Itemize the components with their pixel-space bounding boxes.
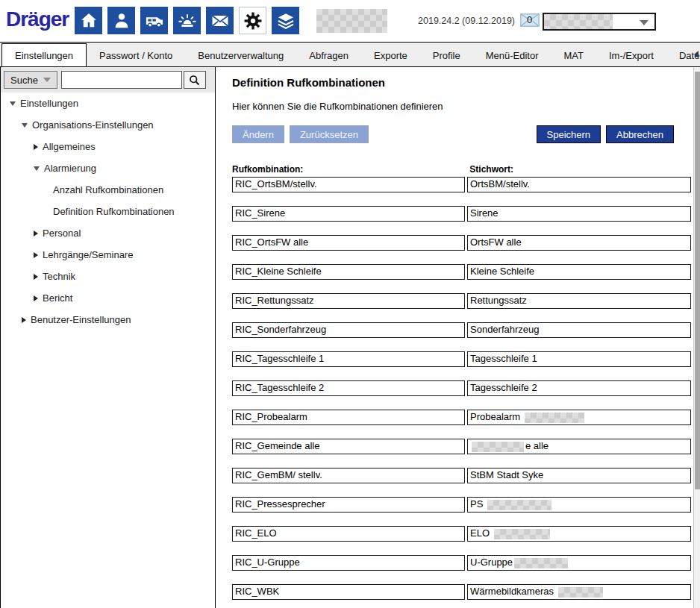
stichwort-input[interactable]: Sirene [467, 206, 691, 222]
expand-icon[interactable] [34, 231, 38, 236]
tab-passwort-konto[interactable]: Passwort / Konto [87, 46, 185, 66]
alarm-light-icon[interactable] [173, 7, 201, 34]
expand-icon[interactable] [34, 252, 38, 258]
vertical-scrollbar[interactable] [693, 67, 700, 608]
rufkombination-input[interactable]: RIC_Probealarm [232, 410, 465, 425]
draeger-logo: Dräger [6, 7, 69, 31]
stichwort-input[interactable]: Sonderfahrzeug [467, 322, 691, 338]
stichwort-input[interactable]: e alle [467, 439, 691, 454]
tab-einstellungen[interactable]: Einstellungen [1, 43, 87, 67]
home-icon[interactable] [75, 7, 102, 34]
save-button[interactable]: Speichern [537, 125, 601, 143]
rufkombination-input[interactable]: RIC_GemBM/ stellv. [232, 468, 465, 483]
redacted-text-block [558, 587, 603, 598]
app-header: Dräger 2019.24.2 (09.12.2019) 0 [0, 0, 700, 42]
field-row: RIC_WBKWärmebildkameras [232, 584, 691, 600]
tree-item-organisations-einstellungen[interactable]: Organisations-Einstellungen [1, 114, 216, 136]
tree-item-lehrgänge-seminare[interactable]: Lehrgänge/Seminare [1, 244, 216, 266]
tab-abfragen[interactable]: Abfragen [296, 46, 361, 66]
stichwort-input[interactable]: StBM Stadt Syke [467, 468, 691, 483]
change-button[interactable]: Ändern [232, 125, 284, 143]
rufkombination-input[interactable]: RIC_Sirene [232, 206, 465, 222]
layers-icon[interactable] [272, 7, 299, 34]
search-row: Suche [1, 67, 216, 93]
tree-item-bericht[interactable]: Bericht [1, 287, 216, 309]
stichwort-input[interactable]: Rettungssatz [467, 293, 691, 309]
tree-item-benutzer-einstellungen[interactable]: Benutzer-Einstellungen [1, 309, 216, 330]
tab-menü-editor[interactable]: Menü-Editor [473, 46, 551, 66]
rufkombination-input[interactable]: RIC_Tagesschleife 2 [232, 380, 465, 396]
button-row: Ändern Zurücksetzen Speichern Abbrechen [232, 125, 674, 143]
page-subtitle: Hier können Sie die Rufkombinationen def… [232, 101, 443, 112]
reset-button[interactable]: Zurücksetzen [290, 125, 369, 143]
field-row: RIC_GemBM/ stellv.StBM Stadt Syke [232, 468, 691, 483]
main-content: Definition Rufkombinationen Hier können … [216, 67, 694, 608]
expand-icon[interactable] [34, 274, 38, 280]
stichwort-input[interactable]: OrtsBM/stellv. [467, 177, 691, 192]
expand-icon[interactable] [34, 144, 38, 150]
column-headers: Rufkombination: Stichwort: [232, 164, 513, 175]
stichwort-input[interactable]: U-Gruppe [467, 555, 691, 571]
tree-item-alarmierung[interactable]: Alarmierung [1, 157, 216, 179]
search-button[interactable] [184, 71, 206, 89]
stichwort-input[interactable]: Tagesschleife 1 [467, 351, 691, 367]
scrollbar-thumb[interactable] [695, 72, 700, 489]
collapse-icon[interactable] [34, 166, 40, 171]
stichwort-input[interactable]: Tagesschleife 2 [467, 380, 691, 396]
tree-item-definition-rufkombinationen[interactable]: Definition Rufkombinationen [1, 201, 216, 222]
vehicle-icon[interactable] [140, 7, 168, 34]
redacted-text-block [514, 558, 568, 568]
rufkombination-input[interactable]: RIC_OrtsBM/stellv. [232, 177, 465, 192]
person-icon[interactable] [107, 7, 135, 34]
rufkombination-input[interactable]: RIC_U-Gruppe [232, 555, 465, 571]
app-window: Dräger 2019.24.2 (09.12.2019) 0 Einstell… [0, 0, 700, 608]
tree-item-personal[interactable]: Personal [1, 222, 216, 244]
tree-item-anzahl-rufkombinationen[interactable]: Anzahl Rufkombinationen [1, 179, 216, 201]
collapse-icon[interactable] [22, 123, 28, 128]
tab-exporte[interactable]: Exporte [361, 46, 420, 66]
tree-item-label: Definition Rufkombinationen [53, 201, 175, 222]
stichwort-input[interactable]: Kleine Schleife [467, 264, 691, 280]
tree-item-allgemeines[interactable]: Allgemeines [1, 136, 216, 157]
expand-icon[interactable] [34, 295, 38, 301]
tab-scroll-left-icon[interactable] [694, 51, 699, 58]
rufkombination-input[interactable]: RIC_ELO [232, 526, 465, 542]
tree-item-label: Alarmierung [44, 157, 96, 179]
search-input[interactable] [61, 71, 182, 89]
unread-mail-indicator[interactable]: 0 [520, 13, 543, 28]
user-dropdown[interactable] [543, 13, 656, 31]
rufkombination-input[interactable]: RIC_Gemeinde alle [232, 439, 465, 454]
page-title: Definition Rufkombinationen [232, 76, 385, 89]
rufkombination-input[interactable]: RIC_OrtsFW alle [232, 235, 465, 251]
stichwort-input[interactable]: Wärmebildkameras [467, 584, 691, 600]
tree-item-einstellungen[interactable]: Einstellungen [1, 93, 216, 114]
rufkombination-input[interactable]: RIC_Rettungssatz [232, 293, 465, 309]
search-category-label: Suche [10, 75, 38, 86]
tab-im-export[interactable]: Im-/Export [596, 46, 666, 66]
search-category-dropdown[interactable]: Suche [4, 71, 57, 89]
sidebar: Suche EinstellungenOrganisations-Einstel… [0, 67, 215, 608]
field-row: RIC_SireneSirene [232, 206, 691, 222]
rufkombination-input[interactable]: RIC_Kleine Schleife [232, 264, 465, 280]
rufkombination-input[interactable]: RIC_Pressesprecher [232, 497, 465, 513]
tab-mat[interactable]: MAT [551, 46, 596, 66]
collapse-icon[interactable] [10, 101, 16, 106]
rufkombination-input[interactable]: RIC_Sonderfahrzeug [232, 322, 465, 338]
tab-bar: EinstellungenPasswort / KontoBenutzerver… [0, 42, 700, 67]
rufkombination-input[interactable]: RIC_Tagesschleife 1 [232, 351, 465, 367]
expand-icon[interactable] [22, 317, 26, 323]
stichwort-input[interactable]: ELO [467, 526, 691, 542]
gear-icon[interactable] [239, 7, 266, 34]
tree-item-label: Personal [43, 222, 81, 244]
redacted-text-block [494, 529, 550, 539]
stichwort-input[interactable]: PS [467, 497, 691, 513]
cancel-button[interactable]: Abbrechen [606, 125, 674, 143]
rufkombination-input[interactable]: RIC_WBK [232, 584, 465, 600]
tree-item-technik[interactable]: Technik [1, 266, 216, 287]
stichwort-input[interactable]: OrtsFW alle [467, 235, 691, 251]
tab-benutzerverwaltung[interactable]: Benutzerverwaltung [185, 46, 296, 66]
tab-profile[interactable]: Profile [420, 46, 473, 66]
stichwort-input[interactable]: Probealarm [467, 410, 691, 425]
field-row: RIC_Gemeinde allee alle [232, 439, 691, 454]
mail-icon[interactable] [206, 7, 234, 34]
